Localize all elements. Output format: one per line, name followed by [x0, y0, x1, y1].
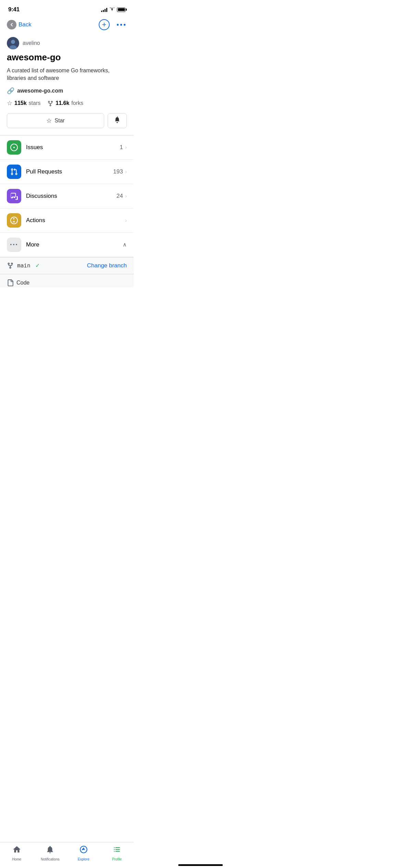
stats-row: ☆ 115k stars 11.6k forks	[7, 99, 127, 107]
repo-link[interactable]: 🔗 awesome-go.com	[7, 87, 127, 95]
status-time: 9:41	[8, 6, 20, 13]
star-icon: ☆	[7, 99, 12, 107]
repo-header: avelino awesome-go A curated list of awe…	[0, 34, 134, 135]
status-bar: 9:41	[0, 0, 134, 16]
pr-icon-wrap	[7, 165, 21, 179]
code-file-icon	[7, 279, 14, 286]
nav-right: + •••	[99, 19, 127, 30]
more-chevron-up: ∧	[123, 241, 127, 248]
issues-chevron: ›	[125, 144, 127, 150]
repo-description: A curated list of awesome Go frameworks,…	[7, 67, 127, 82]
more-button[interactable]: •••	[117, 21, 127, 29]
owner-row: avelino	[7, 37, 127, 49]
discussions-icon	[10, 192, 18, 200]
actions-menu-item[interactable]: Actions ›	[0, 208, 134, 233]
svg-point-1	[11, 40, 15, 44]
back-label: Back	[19, 21, 32, 28]
back-arrow-icon	[7, 20, 16, 29]
branch-check-icon: ✓	[35, 262, 40, 269]
link-icon: 🔗	[7, 87, 14, 95]
more-icon: •••	[117, 21, 127, 28]
action-row: ☆ Star	[7, 113, 127, 128]
issues-label: Issues	[26, 144, 120, 151]
discussions-chevron: ›	[125, 193, 127, 199]
star-button[interactable]: ☆ Star	[7, 113, 104, 128]
menu-list: Issues 1 › Pull Requests 193 › Discussio…	[0, 135, 134, 257]
notification-button[interactable]	[108, 113, 127, 128]
actions-label: Actions	[26, 217, 123, 224]
discussions-menu-item[interactable]: Discussions 24 ›	[0, 184, 134, 208]
signal-icon	[101, 7, 107, 12]
pr-count: 193	[113, 168, 123, 175]
bell-icon	[114, 116, 121, 125]
issues-icon	[10, 144, 18, 151]
star-btn-label: Star	[54, 118, 64, 124]
actions-icon	[10, 217, 18, 224]
stars-label: stars	[29, 100, 41, 106]
star-btn-icon: ☆	[46, 117, 52, 124]
code-preview: Code	[0, 274, 134, 288]
nav-bar: Back + •••	[0, 16, 134, 34]
fork-icon	[47, 99, 53, 107]
battery-icon	[117, 8, 125, 12]
stars-count: 115k	[14, 100, 27, 106]
forks-count: 11.6k	[56, 100, 69, 106]
add-icon: +	[102, 21, 107, 28]
discussions-count: 24	[117, 193, 123, 200]
discussions-icon-wrap	[7, 189, 21, 203]
pr-icon	[10, 168, 18, 176]
branch-name: main	[17, 262, 31, 269]
repo-link-text: awesome-go.com	[17, 88, 63, 94]
status-icons	[101, 7, 125, 12]
wifi-icon	[109, 8, 115, 12]
actions-icon-wrap	[7, 213, 21, 228]
back-button[interactable]: Back	[7, 20, 32, 29]
stars-stat: ☆ 115k stars	[7, 99, 40, 107]
owner-name: avelino	[23, 40, 40, 46]
issues-count: 1	[120, 144, 123, 151]
forks-label: forks	[71, 100, 83, 106]
branch-fork-icon	[7, 262, 14, 269]
more-menu-item[interactable]: ··· More ∧	[0, 233, 134, 257]
avatar	[7, 37, 19, 49]
change-branch-button[interactable]: Change branch	[87, 262, 127, 269]
pull-requests-menu-item[interactable]: Pull Requests 193 ›	[0, 160, 134, 184]
more-dots-icon: ···	[10, 240, 18, 249]
pr-chevron: ›	[125, 169, 127, 175]
code-file-name: Code	[16, 280, 29, 286]
forks-stat: 11.6k forks	[47, 99, 83, 107]
branch-section: main ✓ Change branch	[0, 257, 134, 274]
branch-left: main ✓	[7, 262, 40, 269]
more-icon-wrap: ···	[7, 238, 21, 252]
pr-label: Pull Requests	[26, 168, 113, 175]
more-label: More	[26, 241, 123, 248]
issues-icon-wrap	[7, 140, 21, 155]
issues-menu-item[interactable]: Issues 1 ›	[0, 135, 134, 160]
discussions-label: Discussions	[26, 193, 117, 200]
actions-chevron: ›	[125, 217, 127, 224]
repo-name: awesome-go	[7, 52, 127, 63]
add-button[interactable]: +	[99, 19, 110, 30]
